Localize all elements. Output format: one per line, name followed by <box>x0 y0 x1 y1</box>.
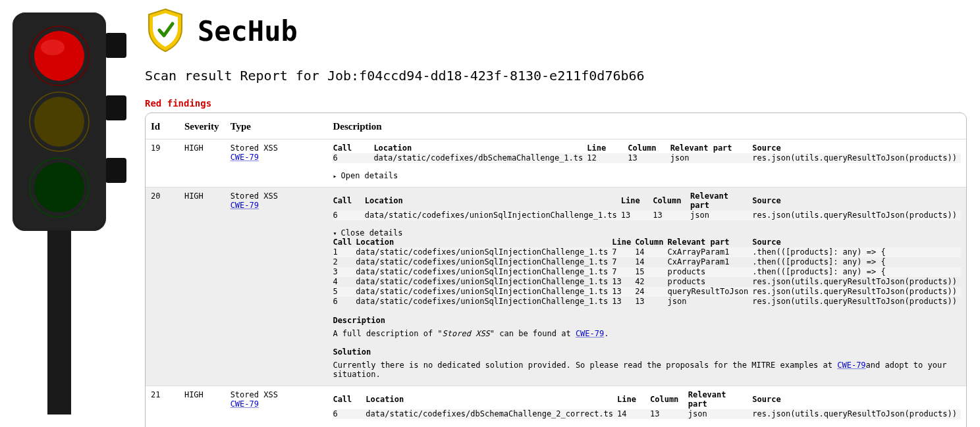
cwe-link[interactable]: CWE-79 <box>837 361 865 370</box>
report-subtitle: Scan result Report for Job:f04ccd94-dd18… <box>145 68 967 84</box>
close-details-toggle[interactable]: Close details <box>333 228 961 238</box>
finding-type: Stored XSSCWE-79 <box>225 139 328 188</box>
svg-rect-12 <box>47 230 71 414</box>
open-details-toggle[interactable]: Open details <box>333 171 961 180</box>
finding-row: 19HIGHStored XSSCWE-79CallLocationLineCo… <box>146 139 966 188</box>
finding-severity: HIGH <box>179 139 225 188</box>
finding-id: 20 <box>146 188 179 386</box>
finding-description-cell: CallLocationLineColumnRelevant partSourc… <box>327 386 966 428</box>
finding-id: 19 <box>146 139 179 188</box>
cwe-link[interactable]: CWE-79 <box>231 153 259 162</box>
col-header-description: Description <box>327 113 966 139</box>
svg-point-9 <box>34 97 84 147</box>
col-header-severity: Severity <box>179 113 225 139</box>
svg-rect-1 <box>105 95 126 120</box>
solution-text: Currently there is no dedicated solution… <box>333 361 961 379</box>
shield-check-icon <box>145 7 186 56</box>
cwe-link[interactable]: CWE-79 <box>576 329 604 338</box>
svg-rect-0 <box>105 33 126 58</box>
svg-rect-2 <box>105 158 126 183</box>
svg-point-6 <box>34 31 84 81</box>
svg-point-11 <box>34 163 84 213</box>
findings-table: Id Severity Type Description 19HIGHStore… <box>146 113 966 427</box>
finding-id: 21 <box>146 386 179 428</box>
finding-severity: HIGH <box>179 386 225 428</box>
col-header-id: Id <box>146 113 179 139</box>
finding-row: 20HIGHStored XSSCWE-79CallLocationLineCo… <box>146 188 966 386</box>
finding-description-cell: CallLocationLineColumnRelevant partSourc… <box>327 139 966 188</box>
finding-severity: HIGH <box>179 188 225 386</box>
solution-label: Solution <box>333 347 961 357</box>
cwe-link[interactable]: CWE-79 <box>231 399 259 409</box>
red-findings-heading: Red findings <box>145 98 967 109</box>
description-text: A full description of "Stored XSS" can b… <box>333 329 961 338</box>
traffic-light-icon <box>0 0 132 416</box>
svg-point-7 <box>41 39 65 55</box>
finding-description-cell: CallLocationLineColumnRelevant partSourc… <box>327 188 966 386</box>
app-title: SecHub <box>198 15 298 47</box>
finding-type: Stored XSSCWE-79 <box>225 386 328 428</box>
cwe-link[interactable]: CWE-79 <box>231 201 259 210</box>
col-header-type: Type <box>225 113 328 139</box>
finding-row: 21HIGHStored XSSCWE-79CallLocationLineCo… <box>146 386 966 428</box>
finding-type: Stored XSSCWE-79 <box>225 188 328 386</box>
findings-table-container: Id Severity Type Description 19HIGHStore… <box>145 113 967 427</box>
description-label: Description <box>333 316 961 325</box>
